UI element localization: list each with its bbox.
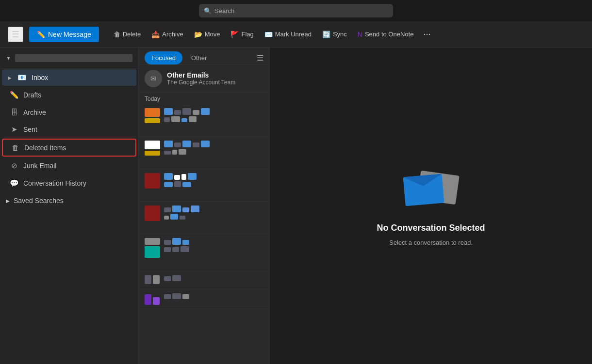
email-item[interactable] [139,137,269,169]
delete-icon: 🗑 [114,31,120,38]
today-label: Today [139,93,269,104]
sidebar-item-deleted-items[interactable]: 🗑 Deleted Items [2,139,136,157]
mark-unread-icon: ✉️ [264,31,273,38]
email-info: Other Emails The Google Account Team [167,71,235,86]
email-org: The Google Account Team [167,79,235,86]
top-bar: 🔍 Search [0,0,592,21]
junk-email-icon: ⊘ [10,161,18,170]
account-chevron-icon: ▼ [6,55,11,61]
sidebar-item-archive[interactable]: 🗄 Archive [2,104,136,120]
sidebar-item-junk-email[interactable]: ⊘ Junk Email [2,158,136,174]
email-item[interactable] [139,169,269,202]
archive-sidebar-icon: 🗄 [10,108,18,116]
saved-searches-chevron-icon: ▶ [6,198,10,204]
sidebar-account[interactable]: ▼ [0,47,138,69]
flag-icon: 🚩 [230,31,239,38]
sidebar-item-drafts[interactable]: ✏️ Drafts [2,87,136,103]
sent-icon: ➤ [10,125,18,134]
archive-icon: 📥 [151,31,160,38]
toolbar-actions: 🗑 Delete 📥 Archive 📂 Move 🚩 Flag ✉️ Mark… [109,26,435,42]
sync-icon: 🔄 [322,31,330,38]
compose-icon: ✏️ [37,31,45,38]
email-content [164,275,263,283]
email-item[interactable] [139,271,269,289]
email-item[interactable] [139,234,269,271]
email-item[interactable] [139,289,269,309]
sync-button[interactable]: 🔄 Sync [317,28,352,41]
inbox-expand-icon: ▶ [8,75,12,80]
archive-button[interactable]: 📥 Archive [147,28,188,41]
move-button[interactable]: 📂 Move [189,28,225,41]
sidebar-item-conversation-history[interactable]: 💬 Conversation History [2,175,136,191]
email-tabs: Focused Other ☰ [139,47,269,65]
no-conversation-subtitle: Select a conversation to read. [389,239,473,246]
delete-button[interactable]: 🗑 Delete [109,28,146,41]
mark-unread-button[interactable]: ✉️ Mark Unread [260,28,316,41]
hamburger-button[interactable]: ☰ [8,27,23,42]
tab-other[interactable]: Other [184,51,214,64]
sidebar: ▼ ▶ 📧 Inbox ✏️ Drafts 🗄 Archive ➤ Sent 🗑… [0,47,139,364]
envelope-illustration [402,166,460,209]
email-item[interactable] [139,202,269,234]
sidebar-item-inbox[interactable]: ▶ 📧 Inbox [2,69,136,86]
email-content [164,293,263,301]
main-layout: ▼ ▶ 📧 Inbox ✏️ Drafts 🗄 Archive ➤ Sent 🗑… [0,47,592,364]
send-to-onenote-button[interactable]: N Send to OneNote [353,28,419,41]
conversation-history-icon: 💬 [10,179,18,188]
search-placeholder: Search [214,7,234,15]
envelope-front [403,174,444,206]
move-icon: 📂 [194,31,202,38]
toolbar: ☰ ✏️ New Message 🗑 Delete 📥 Archive 📂 Mo… [0,21,592,47]
email-list-scroll[interactable] [139,104,269,364]
content-panel: No Conversation Selected Select a conver… [270,47,592,364]
search-icon: 🔍 [204,7,212,15]
tab-focused[interactable]: Focused [145,51,182,64]
flag-button[interactable]: 🚩 Flag [226,28,258,41]
inbox-icon: 📧 [17,73,27,82]
email-content [164,108,263,124]
email-header-item[interactable]: ✉ Other Emails The Google Account Team [139,65,269,93]
onenote-icon: N [358,31,362,38]
deleted-items-icon: 🗑 [11,143,19,152]
email-sender: Other Emails [167,71,235,79]
drafts-icon: ✏️ [10,91,18,99]
email-content [164,141,263,156]
new-message-button[interactable]: ✏️ New Message [29,27,99,42]
email-avatar: ✉ [145,70,162,87]
email-list-panel: Focused Other ☰ ✉ Other Emails The Googl… [139,47,270,364]
search-bar[interactable]: 🔍 Search [199,4,393,17]
sidebar-saved-searches[interactable]: ▶ Saved Searches [0,192,138,209]
email-item[interactable] [139,104,269,137]
account-name-bar [15,54,132,62]
email-content [164,173,263,189]
filter-icon[interactable]: ☰ [257,53,263,63]
email-content [164,206,263,221]
more-button[interactable]: ··· [419,26,434,42]
no-conversation-title: No Conversation Selected [377,223,485,233]
sidebar-item-sent[interactable]: ➤ Sent [2,121,136,138]
email-content [164,238,263,253]
